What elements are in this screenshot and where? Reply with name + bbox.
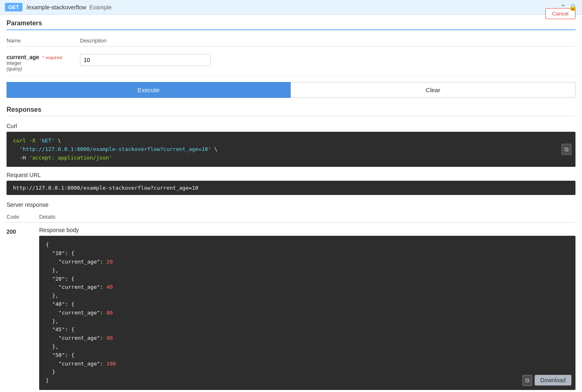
param-name-row: current_age * required	[7, 54, 80, 60]
json-line-50-close: }	[46, 368, 569, 376]
lock-icon: 🔒	[569, 3, 577, 11]
json-line-10-close: },	[46, 266, 569, 275]
curl-header-value: 'accept: application/json'	[29, 155, 112, 161]
json-line-45: "45": {	[46, 326, 569, 334]
execute-button[interactable]: Execute	[7, 82, 291, 98]
curl-line-1: curl -X 'GET' \	[13, 137, 569, 145]
endpoint-path: /example-stackoverflow	[27, 4, 86, 11]
parameters-section-header: Parameters Cancel	[7, 15, 575, 30]
request-url-block: http://127.0.0.1:8000/example-stackoverf…	[7, 181, 575, 195]
json-line-open-brace: {	[46, 241, 569, 249]
main-content: Parameters Cancel Name Description curre…	[0, 15, 582, 392]
response-copy-button[interactable]: ⧉	[522, 375, 532, 386]
curl-label: Curl	[7, 123, 575, 129]
download-area: ⧉ Download	[522, 375, 571, 386]
json-line-40-close: },	[46, 317, 569, 326]
responses-section: Responses Curl curl -X 'GET' \ 'http://1…	[7, 106, 575, 392]
json-line-45-age: "current_age": 90	[46, 334, 569, 343]
json-line-50-age: "current_age": 100	[46, 360, 569, 368]
json-line-20-age: "current_age": 40	[46, 283, 569, 292]
request-url-label: Request URL	[7, 172, 575, 178]
json-line-close-brace: }	[46, 376, 569, 385]
json-line-20: "20": {	[46, 275, 569, 283]
col-name-header: Name	[7, 38, 80, 44]
curl-copy-button[interactable]: ⧉	[562, 144, 571, 155]
response-details: Response body { "10": { "current_age": 2…	[39, 227, 575, 392]
json-line-40-age: "current_age": 80	[46, 309, 569, 317]
param-required-label: * required	[42, 55, 62, 60]
param-location: (query)	[7, 66, 80, 72]
json-line-20-close: },	[46, 292, 569, 300]
header-actions: ⌃ 🔒	[560, 3, 577, 11]
response-body-label: Response body	[39, 227, 575, 233]
col-code-header: Code	[7, 214, 39, 220]
endpoint-description: Example	[89, 4, 111, 11]
json-line-10: "10": {	[46, 249, 569, 258]
download-button[interactable]: Download	[535, 375, 571, 385]
curl-line-2: 'http://127.0.0.1:8000/example-stackover…	[13, 145, 569, 154]
response-code-200: 200	[7, 227, 39, 235]
action-buttons: Execute Clear	[7, 82, 575, 98]
server-response-label: Server response	[7, 202, 575, 208]
param-row: current_age * required integer (query)	[7, 51, 575, 75]
curl-url-value: 'http://127.0.0.1:8000/example-stackover…	[13, 146, 211, 152]
curl-block: curl -X 'GET' \ 'http://127.0.0.1:8000/e…	[7, 132, 575, 167]
responses-title: Responses	[7, 106, 575, 116]
api-header: GET /example-stackoverflow Example ⌃ 🔒	[0, 0, 582, 15]
param-table-header: Name Description	[7, 35, 575, 47]
json-line-50: "50": {	[46, 351, 569, 360]
json-line-10-age: "current_age": 20	[46, 258, 569, 266]
clear-button[interactable]: Clear	[291, 82, 575, 98]
param-type: integer	[7, 60, 80, 66]
json-line-45-close: },	[46, 343, 569, 351]
col-details-header: Details	[39, 214, 56, 220]
curl-get-flag: 'GET'	[39, 137, 55, 144]
current-age-input[interactable]	[80, 54, 211, 66]
request-url-value: http://127.0.0.1:8000/example-stackoverf…	[13, 185, 198, 191]
col-description-header: Description	[80, 38, 107, 44]
param-name: current_age	[7, 54, 39, 60]
param-name-column: current_age * required integer (query)	[7, 54, 80, 72]
parameters-title: Parameters	[7, 20, 42, 27]
curl-line-3: -H 'accept: application/json'	[13, 154, 569, 162]
param-input-column	[80, 54, 575, 66]
json-line-40: "40": {	[46, 300, 569, 309]
method-badge: GET	[5, 3, 22, 11]
curl-method: curl -X	[13, 137, 39, 144]
response-body-block: { "10": { "current_age": 20 }, "20": { "…	[39, 236, 575, 390]
collapse-button[interactable]: ⌃	[560, 3, 566, 11]
response-row-200: 200 Response body { "10": { "current_age…	[7, 223, 575, 392]
response-table-header: Code Details	[7, 211, 575, 223]
